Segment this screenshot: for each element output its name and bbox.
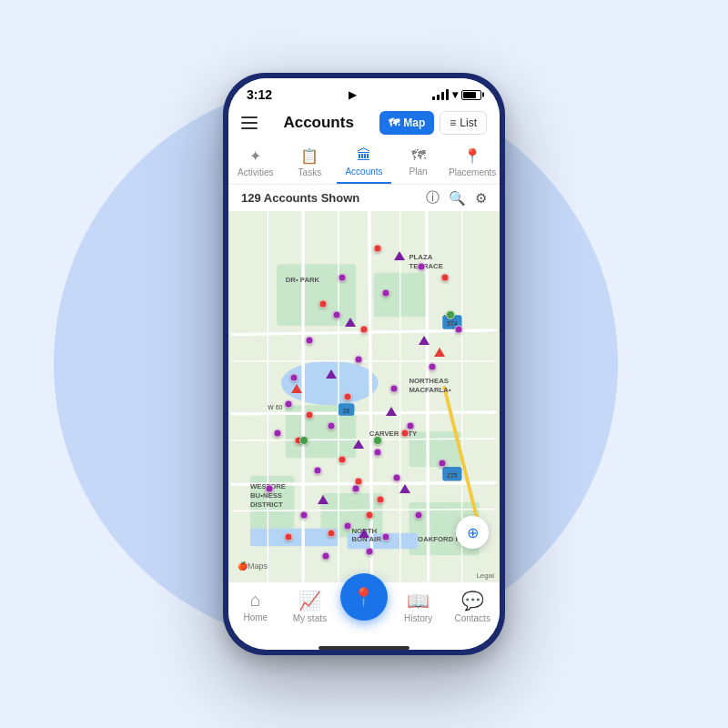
map-button[interactable]: 🗺 Map [379, 111, 434, 135]
mystats-icon: 📈 [298, 590, 321, 612]
list-button[interactable]: ≡ List [440, 111, 487, 135]
status-time: 3:12 [247, 87, 272, 102]
svg-rect-9 [250, 529, 339, 546]
svg-text:W 60: W 60 [268, 404, 282, 410]
svg-text:TERRACE: TERRACE [409, 262, 442, 270]
bottom-nav: ⌂ Home 📈 My stats 📍 📖 History 💬 Contacts [228, 581, 500, 641]
location-arrow-icon: ▶ [349, 89, 356, 101]
svg-text:275: 275 [447, 472, 458, 479]
activities-icon: ✦ [249, 147, 261, 165]
map-area[interactable]: 574 275 26 DR• PARK PLAZA TERRACE NORTHE… [228, 211, 500, 581]
svg-text:MACFARLA•: MACFARLA• [409, 386, 450, 394]
tab-accounts[interactable]: 🏛 Accounts [337, 144, 391, 184]
svg-line-12 [233, 412, 496, 414]
nav-mystats[interactable]: 📈 My stats [283, 590, 338, 637]
menu-button[interactable] [241, 116, 258, 129]
map-icon: 🗺 [389, 116, 399, 129]
svg-point-8 [281, 361, 379, 405]
home-indicator [318, 646, 410, 650]
filter-icon[interactable]: ⚙ [475, 190, 487, 207]
tab-activities[interactable]: ✦ Activities [228, 144, 283, 184]
svg-text:DISTRICT: DISTRICT [250, 500, 283, 509]
accounts-count: 129 Accounts Shown [241, 191, 359, 205]
view-toggle: 🗺 Map ≡ List [379, 111, 487, 135]
svg-rect-1 [277, 264, 356, 326]
battery-icon [461, 90, 481, 100]
nav-title: Accounts [283, 114, 353, 132]
map-toolbar: 129 Accounts Shown ⓘ 🔍 ⚙ [228, 185, 500, 211]
svg-text:DR• PARK: DR• PARK [286, 276, 320, 284]
tab-plan[interactable]: 🗺 Plan [391, 144, 446, 184]
tab-bar: ✦ Activities 📋 Tasks 🏛 Accounts 🗺 Plan 📍… [228, 140, 500, 185]
map-tools: ⓘ 🔍 ⚙ [426, 189, 487, 207]
search-icon[interactable]: 🔍 [449, 190, 466, 207]
svg-text:NORTHEAS: NORTHEAS [409, 377, 449, 385]
svg-text:BON AIR: BON AIR [351, 535, 381, 543]
phone-screen: 3:12 ▶ ▾ Accounts [228, 78, 500, 650]
top-nav: Accounts 🗺 Map ≡ List [228, 106, 500, 140]
status-icons: ▾ [432, 88, 481, 101]
wifi-icon: ▾ [452, 88, 458, 101]
svg-text:WESTORE: WESTORE [250, 482, 286, 490]
svg-text:26: 26 [343, 408, 350, 414]
location-button[interactable]: ⊕ [456, 516, 489, 549]
center-icon: 📍 [352, 586, 375, 608]
home-icon: ⌂ [250, 590, 261, 611]
svg-text:CARVER CITY: CARVER CITY [369, 430, 418, 438]
nav-center[interactable]: 📍 [337, 573, 391, 621]
contacts-icon: 💬 [461, 590, 484, 612]
list-icon: ≡ [450, 116, 456, 129]
svg-text:574: 574 [447, 320, 458, 327]
history-icon: 📖 [407, 590, 430, 612]
tab-tasks[interactable]: 📋 Tasks [283, 144, 338, 184]
plan-icon: 🗺 [411, 147, 426, 164]
svg-text:BU•NESS: BU•NESS [250, 491, 282, 500]
nav-history[interactable]: 📖 History [391, 590, 446, 637]
signal-icon [432, 89, 449, 100]
legal-text: Legal [476, 571, 494, 580]
nav-home[interactable]: ⌂ Home [228, 590, 283, 637]
nav-contacts[interactable]: 💬 Contacts [445, 590, 500, 637]
tasks-icon: 📋 [300, 147, 318, 165]
center-button[interactable]: 📍 [340, 573, 388, 621]
placements-icon: 📍 [463, 147, 481, 165]
apple-maps-logo: 🍎Maps [238, 561, 268, 571]
status-bar: 3:12 ▶ ▾ [228, 78, 500, 106]
svg-text:NORTH: NORTH [351, 527, 377, 535]
phone-frame: 3:12 ▶ ▾ Accounts [223, 73, 505, 655]
accounts-icon: 🏛 [357, 147, 371, 164]
info-icon[interactable]: ⓘ [426, 189, 440, 207]
tab-placements[interactable]: 📍 Placements [445, 144, 500, 184]
svg-text:PLAZA: PLAZA [409, 253, 432, 261]
